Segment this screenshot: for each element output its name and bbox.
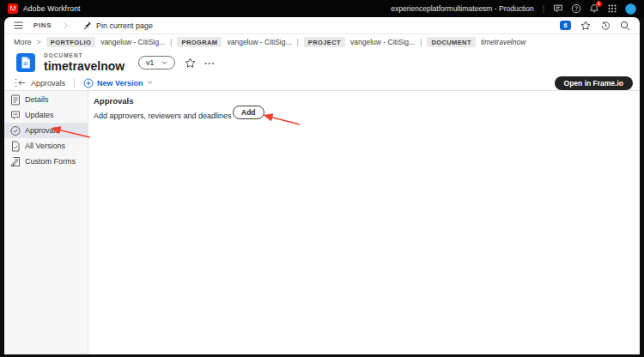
document-type-label: DOCUMENT — [44, 53, 125, 59]
document-body: Details Updates Approvals All Versions — [4, 91, 640, 354]
sidebar-item-details[interactable]: Details — [4, 92, 88, 107]
sidebar-item-label: All Versions — [25, 142, 65, 150]
feedback-icon[interactable] — [553, 3, 563, 14]
sidebar-item-updates[interactable]: Updates — [4, 107, 88, 123]
updates-icon — [10, 110, 21, 121]
sidebar-item-label: Updates — [25, 111, 54, 119]
document-icon — [16, 53, 35, 72]
approvals-description: Add approvers, reviewers and deadlines — [94, 112, 640, 120]
sidebar-item-all-versions[interactable]: All Versions — [4, 138, 88, 154]
open-in-frameio-button[interactable]: Open in Frame.io — [555, 76, 633, 90]
breadcrumb: More > PORTFOLIO vangeluw - CitiSig... |… — [4, 34, 640, 50]
notifications-bell[interactable]: 1 — [589, 3, 599, 14]
breadcrumb-chip-portfolio[interactable]: PORTFOLIO — [46, 37, 95, 47]
environment-label[interactable]: experienceplatformultimateesm - Producti… — [391, 4, 533, 13]
favorite-star-icon[interactable] — [185, 57, 196, 69]
pins-menu[interactable]: PINS — [33, 21, 52, 29]
breadcrumb-name-project[interactable]: vangeluw - CitiSig... — [350, 38, 415, 46]
circle-plus-icon — [83, 78, 94, 88]
breadcrumb-chip-document[interactable]: DOCUMENT — [427, 37, 476, 47]
version-selector[interactable]: v1 — [138, 56, 175, 70]
app-grid-icon[interactable] — [607, 3, 617, 14]
page-title: timetravelnow — [44, 60, 125, 72]
left-sidebar: Details Updates Approvals All Versions — [4, 91, 88, 354]
breadcrumb-separator: | — [297, 38, 299, 46]
pins-bar: PINS Pin current page 6 — [4, 17, 640, 34]
sidebar-item-label: Approvals — [25, 126, 59, 135]
custom-forms-icon — [10, 156, 21, 167]
chevron-down-icon — [147, 81, 153, 85]
sidebar-item-label: Custom Forms — [25, 157, 76, 166]
app-title: Adobe Workfront — [23, 4, 81, 13]
search-icon[interactable] — [620, 21, 630, 31]
new-version-button[interactable]: New Version — [83, 78, 153, 88]
history-icon[interactable] — [600, 21, 611, 31]
pin-current-page-button[interactable]: Pin current page — [82, 21, 153, 30]
version-selected-value: v1 — [146, 58, 154, 67]
count-badge[interactable]: 6 — [560, 21, 571, 30]
document-header: DOCUMENT timetravelnow v1 ••• — [4, 50, 640, 76]
breadcrumb-chip-project[interactable]: PROJECT — [304, 37, 345, 47]
breadcrumb-name-program[interactable]: vangeluw - CitiSig... — [227, 38, 291, 46]
add-button[interactable]: Add — [233, 106, 264, 119]
hamburger-menu-icon[interactable] — [14, 21, 23, 29]
breadcrumb-name-portfolio[interactable]: vangeluw - CitiSig... — [100, 38, 165, 46]
details-icon — [10, 94, 21, 106]
breadcrumb-name-document: timetravelnow — [481, 38, 526, 46]
breadcrumb-separator: | — [420, 38, 422, 46]
new-version-label: New Version — [97, 79, 143, 88]
app-content-card: PINS Pin current page 6 More > PORTFO — [4, 17, 640, 354]
breadcrumb-chevron: > — [37, 38, 41, 46]
document-toolbar: Approvals New Version Open in Frame.io — [4, 76, 640, 91]
sidebar-item-label: Details — [25, 95, 49, 104]
star-icon[interactable] — [580, 21, 591, 31]
collapse-panel-icon[interactable] — [15, 78, 26, 88]
panel-title: Approvals — [31, 79, 65, 88]
approvals-heading: Approvals — [94, 96, 640, 106]
notification-badge: 1 — [596, 1, 602, 7]
user-avatar[interactable] — [625, 3, 636, 15]
help-icon[interactable] — [571, 3, 581, 14]
chevron-right-icon — [64, 22, 69, 29]
approvals-panel: Approvals Add approvers, reviewers and d… — [88, 91, 640, 354]
more-options-icon[interactable]: ••• — [204, 59, 216, 67]
pushpin-icon — [82, 21, 92, 30]
breadcrumb-separator: | — [170, 38, 172, 46]
breadcrumb-chip-program[interactable]: PROGRAM — [177, 37, 222, 47]
sidebar-item-approvals[interactable]: Approvals — [4, 123, 88, 138]
shell-top-bar: Adobe Workfront experienceplatformultima… — [0, 0, 644, 17]
all-versions-icon — [10, 141, 21, 152]
toolbar-divider — [74, 78, 75, 88]
adobe-logo-icon — [8, 3, 18, 14]
pin-current-page-label: Pin current page — [96, 21, 153, 30]
topbar-separator: | — [543, 4, 544, 13]
sidebar-item-custom-forms[interactable]: Custom Forms — [4, 154, 88, 169]
breadcrumb-more[interactable]: More — [14, 38, 32, 46]
approval-check-icon — [10, 125, 21, 136]
chevron-down-icon — [161, 61, 167, 65]
